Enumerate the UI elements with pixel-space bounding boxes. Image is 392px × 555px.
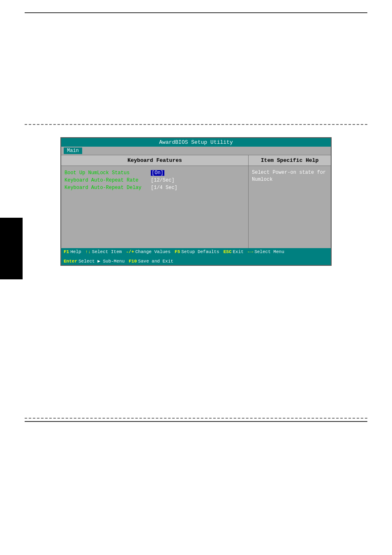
black-sidebar-block	[0, 218, 23, 279]
top-content-area	[25, 21, 367, 112]
bios-value-numlock: [On]	[151, 170, 164, 176]
bios-status-f5: F5 Setup Defaults	[175, 249, 219, 254]
dashed-separator-top	[25, 124, 367, 125]
bios-desc-setup-defaults: Setup Defaults	[181, 249, 219, 254]
bios-status-esc: ESC Exit	[224, 249, 244, 254]
top-rule	[25, 12, 367, 13]
bios-desc-exit: Exit	[233, 249, 244, 254]
bios-desc-save-exit: Save and Exit	[138, 259, 173, 264]
bios-status-leftright: ←→ Select Menu	[248, 249, 284, 254]
bios-row-repeat-delay[interactable]: Keyboard Auto-Repeat Delay [1/4 Sec]	[65, 185, 245, 191]
bios-desc-help: Help	[70, 249, 81, 254]
bios-screenshot: AwardBIOS Setup Utility Main Keyboard Fe…	[60, 137, 332, 266]
bios-left-header: Keyboard Features	[61, 155, 248, 166]
bottom-rules	[25, 418, 367, 422]
bios-key-esc: ESC	[224, 249, 232, 254]
bios-value-numlock-highlight: [On]	[151, 170, 164, 176]
bios-right-panel: Item Specific Help Select Power-on state…	[249, 155, 331, 248]
bios-value-repeat-rate: [12/Sec]	[151, 177, 175, 183]
bios-status-arrows: ↑↓ Select Item	[85, 249, 122, 254]
bios-title: AwardBIOS Setup Utility	[159, 139, 233, 145]
bios-desc-select-submenu: Select ▶ Sub-Menu	[78, 258, 125, 264]
bios-label-numlock: Boot Up NumLock Status	[65, 170, 151, 176]
bios-label-repeat-rate: Keyboard Auto-Repeat Rate	[65, 177, 151, 183]
bios-menu-main[interactable]: Main	[64, 147, 82, 154]
bios-desc-select-menu: Select Menu	[254, 249, 284, 254]
bottom-solid-rule	[25, 421, 367, 422]
bios-status-plusminus: -/+ Change Values	[126, 249, 171, 254]
bios-key-f10: F10	[129, 259, 137, 264]
bios-key-updown: ↑↓	[85, 249, 91, 254]
bios-row-numlock[interactable]: Boot Up NumLock Status [On]	[65, 170, 245, 176]
bios-key-leftright: ←→	[248, 249, 253, 254]
bios-key-f5: F5	[175, 249, 180, 254]
bios-left-body: Boot Up NumLock Status [On] Keyboard Aut…	[61, 166, 248, 248]
bios-value-repeat-delay: [1/4 Sec]	[151, 185, 178, 191]
bios-desc-select-item: Select Item	[92, 249, 122, 254]
bios-status-f1: F1 Help	[64, 249, 81, 254]
bios-key-plusminus: -/+	[126, 249, 134, 254]
bios-right-header: Item Specific Help	[249, 155, 331, 166]
bottom-dashed-rule	[25, 418, 367, 419]
bios-content-area: Keyboard Features Boot Up NumLock Status…	[61, 155, 331, 248]
bottom-content-area	[25, 266, 367, 405]
bios-help-text: Select Power-on state for Numlock	[252, 169, 327, 183]
page-wrapper: AwardBIOS Setup Utility Main Keyboard Fe…	[0, 0, 392, 555]
bios-menubar: Main	[61, 147, 331, 155]
bios-row-repeat-rate[interactable]: Keyboard Auto-Repeat Rate [12/Sec]	[65, 177, 245, 183]
bios-key-enter: Enter	[64, 259, 77, 264]
bios-status-f10: F10 Save and Exit	[129, 258, 173, 264]
bios-label-repeat-delay: Keyboard Auto-Repeat Delay	[65, 185, 151, 191]
bios-desc-change-values: Change Values	[135, 249, 171, 254]
bios-left-panel: Keyboard Features Boot Up NumLock Status…	[61, 155, 249, 248]
bios-titlebar: AwardBIOS Setup Utility	[61, 138, 331, 147]
bios-statusbar: F1 Help ↑↓ Select Item -/+ Change Values…	[61, 248, 331, 265]
bios-key-f1: F1	[64, 249, 69, 254]
bios-status-enter: Enter Select ▶ Sub-Menu	[64, 258, 125, 264]
